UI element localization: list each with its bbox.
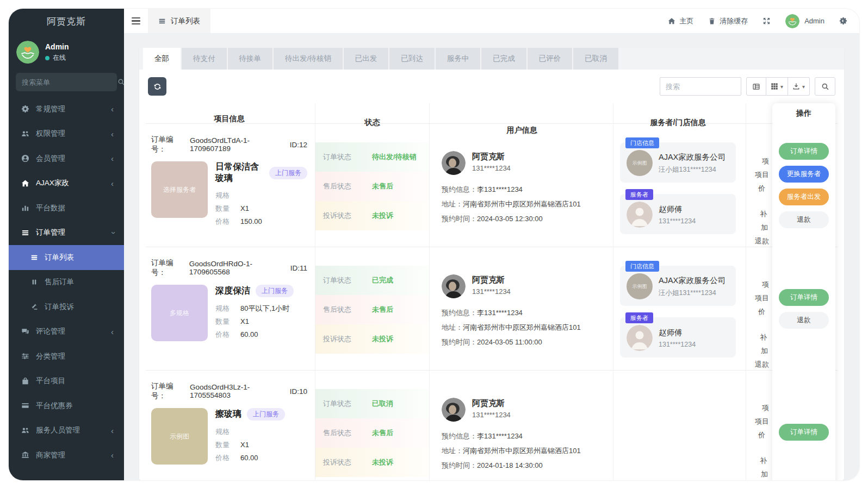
sidebar-item-merchants[interactable]: 商家管理‹ — [9, 443, 124, 468]
order-list-card: 全部 待支付 待接单 待出发/待核销 已出发 已到达 服务中 已完成 已评价 已… — [139, 48, 844, 480]
tab-arrived[interactable]: 已到达 — [389, 48, 435, 70]
sidebar-item-label: 会员管理 — [36, 154, 65, 164]
project-info-cell: 订单编号： GoodsOrdLTdA-1-1709607189 ID:12 选择… — [146, 124, 315, 247]
tab-completed[interactable]: 已完成 — [481, 48, 526, 70]
door-service-badge: 上门服务 — [247, 408, 285, 421]
pause-icon — [29, 278, 39, 286]
app-window: 阿贾克斯 Admin 在线 常规管理‹ 权限管理‹ 会员管理‹ — [9, 9, 859, 480]
sidebar-item-ajax-housekeeping[interactable]: AJAX家政‹ — [9, 171, 124, 196]
booking-time: 2024-03-05 11:00:00 — [477, 338, 542, 346]
sidebar-item-platform-coupons[interactable]: 平台优惠券 — [9, 393, 124, 418]
refresh-button[interactable] — [148, 77, 166, 96]
fullscreen-icon — [762, 17, 771, 25]
tab-pending-departure[interactable]: 待出发/待核销 — [274, 48, 343, 70]
tab-reviewed[interactable]: 已评价 — [528, 48, 573, 70]
order-detail-button[interactable]: 订单详情 — [779, 143, 829, 160]
user-phone: 131****1234 — [472, 287, 511, 296]
user-phone: 131****1234 — [472, 411, 511, 419]
worker-badge: 服务者 — [625, 189, 653, 200]
clear-cache-button[interactable]: 清除缓存 — [708, 16, 748, 26]
order-id: ID:12 — [290, 141, 307, 149]
sidebar-item-label: 服务人员管理 — [36, 425, 80, 435]
sidebar-item-aftersale-orders[interactable]: 售后订单 — [9, 270, 124, 295]
provider-info-cell — [613, 371, 746, 480]
columns-button[interactable]: ▾ — [766, 77, 788, 96]
tab-departed[interactable]: 已出发 — [344, 48, 389, 70]
sidebar-item-categories[interactable]: 分类管理 — [9, 344, 124, 369]
sidebar-item-general[interactable]: 常规管理‹ — [9, 97, 124, 122]
door-service-badge: 上门服务 — [269, 167, 307, 179]
sidebar-search-input[interactable] — [22, 78, 117, 86]
booking-time: 2024-01-18 14:30:00 — [477, 461, 543, 469]
change-worker-button[interactable]: 更换服务者 — [779, 166, 829, 183]
sidebar-item-order-management[interactable]: 订单管理‹ — [9, 221, 124, 246]
search-button[interactable] — [815, 77, 835, 96]
settings-button[interactable] — [839, 17, 847, 25]
booking-info: 李131****1234 — [477, 432, 523, 440]
avatar — [785, 14, 799, 28]
project-thumbnail: 示例图 — [151, 408, 208, 465]
project-title: 深度保洁 — [215, 285, 250, 297]
tab-pending-payment[interactable]: 待支付 — [182, 48, 227, 70]
store-contact: 汪小姐131****1234 — [659, 165, 726, 174]
tab-pending-accept[interactable]: 待接单 — [228, 48, 273, 70]
sidebar-item-platform-projects[interactable]: 平台项目 — [9, 369, 124, 394]
tab-all[interactable]: 全部 — [143, 48, 181, 70]
order-id: ID:11 — [290, 264, 307, 272]
worker-phone: 131****1234 — [659, 217, 696, 225]
header-status: 状态 — [315, 103, 430, 123]
row-actions: 订单详情 — [772, 371, 835, 480]
project-title: 擦玻璃 — [215, 409, 241, 420]
sidebar-item-order-complaints[interactable]: 订单投诉 — [9, 294, 124, 319]
export-button[interactable]: ▾ — [788, 77, 810, 96]
project-info-cell: 订单编号： GoodsOrdH3Lz-1-1705554803 ID:10 示例… — [146, 371, 315, 480]
sidebar-item-label: 平台优惠券 — [36, 401, 73, 411]
order-detail-button[interactable]: 订单详情 — [779, 424, 829, 441]
caret-down-icon: ▾ — [802, 84, 805, 90]
sidebar-item-members[interactable]: 会员管理‹ — [9, 146, 124, 171]
project-title: 日常保洁含玻璃 — [215, 161, 264, 184]
refund-button[interactable]: 退款 — [779, 312, 829, 329]
store-name: AJAX家政服务公司 — [659, 275, 726, 286]
provider-info-cell: 门店信息 示例图 AJAX家政服务公司 汪小姐131****1234 — [613, 247, 746, 370]
refund-button[interactable]: 退款 — [779, 211, 829, 228]
sidebar-item-label: 售后订单 — [45, 277, 74, 287]
worker-avatar — [627, 325, 653, 351]
sidebar-item-platform-data[interactable]: 平台数据 — [9, 196, 124, 221]
sidebar-item-comments[interactable]: 评论管理‹ — [9, 319, 124, 344]
aftersale-status-value: 未售后 — [372, 305, 393, 315]
sidebar-toggle-button[interactable] — [124, 17, 148, 24]
user-avatar — [442, 274, 466, 298]
card-icon — [20, 402, 30, 410]
order-detail-button[interactable]: 订单详情 — [779, 289, 829, 306]
store-avatar: 示例图 — [627, 150, 653, 176]
bank-icon — [20, 451, 30, 459]
detail-view-button[interactable] — [746, 77, 766, 96]
navbar-tab-order-list[interactable]: 订单列表 — [148, 9, 210, 33]
sidebar-item-permissions[interactable]: 权限管理‹ — [9, 122, 124, 147]
worker-depart-button[interactable]: 服务者出发 — [779, 189, 829, 205]
fullscreen-button[interactable] — [762, 17, 771, 25]
sidebar-item-label: 平台项目 — [36, 376, 65, 386]
table-view-buttons: ▾ ▾ — [746, 77, 810, 96]
worker-card: 服务者 赵师傅 131****1234 — [620, 317, 736, 358]
address: 河南省郑州市中原区郑州嘉锦酒店101 — [463, 200, 581, 208]
sidebar: 阿贾克斯 Admin 在线 常规管理‹ 权限管理‹ 会员管理‹ — [9, 9, 124, 480]
home-link[interactable]: 主页 — [668, 16, 693, 26]
home-icon — [20, 179, 30, 187]
complaint-status-value: 未投诉 — [372, 457, 393, 467]
worker-name: 赵师傅 — [659, 328, 696, 338]
tab-in-service[interactable]: 服务中 — [436, 48, 481, 70]
row-actions: 订单详情 更换服务者 服务者出发 退款 — [772, 124, 835, 247]
sidebar-item-service-staff[interactable]: 服务人员管理‹ — [9, 418, 124, 443]
table-search-input[interactable] — [660, 77, 741, 96]
search-icon[interactable] — [117, 78, 124, 86]
tab-cancelled[interactable]: 已取消 — [573, 48, 618, 70]
hamburger-icon — [132, 17, 140, 24]
sidebar-item-order-list[interactable]: 订单列表 — [9, 245, 124, 270]
table-toolbar: ▾ ▾ — [139, 70, 844, 103]
navbar-tab-label: 订单列表 — [171, 16, 200, 26]
user-menu[interactable]: Admin — [785, 14, 824, 28]
home-icon — [668, 17, 675, 25]
list-icon — [20, 229, 30, 237]
